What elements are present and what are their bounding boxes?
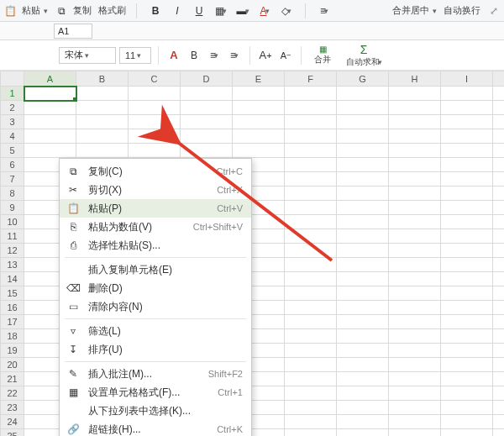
cell[interactable] bbox=[285, 201, 337, 215]
cell[interactable] bbox=[389, 244, 441, 258]
cell[interactable] bbox=[337, 372, 389, 386]
cell[interactable] bbox=[493, 186, 505, 201]
cell[interactable] bbox=[285, 344, 337, 358]
cell[interactable] bbox=[233, 101, 285, 115]
increase-font-icon[interactable]: A+ bbox=[257, 46, 274, 65]
column-header[interactable]: J bbox=[493, 71, 505, 87]
row-header[interactable]: 2 bbox=[1, 101, 24, 115]
cell[interactable] bbox=[493, 172, 505, 186]
cell[interactable] bbox=[493, 229, 505, 244]
menu-item[interactable]: 📋粘贴(P)Ctrl+V bbox=[60, 199, 251, 218]
cell[interactable] bbox=[285, 186, 337, 201]
column-header[interactable]: C bbox=[129, 71, 181, 87]
select-all-corner[interactable] bbox=[1, 71, 24, 87]
cell[interactable] bbox=[389, 129, 441, 144]
cell[interactable] bbox=[389, 172, 441, 186]
row-header[interactable]: 3 bbox=[1, 115, 24, 129]
row-header[interactable]: 6 bbox=[1, 158, 24, 172]
cell[interactable] bbox=[389, 315, 441, 329]
spreadsheet-grid[interactable]: ABCDEFGHIJ 12345678910111213141516171819… bbox=[0, 71, 504, 436]
cell[interactable] bbox=[129, 87, 181, 101]
cell[interactable] bbox=[441, 272, 493, 286]
cell[interactable] bbox=[285, 229, 337, 244]
row-header[interactable]: 9 bbox=[1, 201, 24, 215]
cell[interactable] bbox=[285, 129, 337, 144]
cell[interactable] bbox=[337, 415, 389, 429]
cell[interactable] bbox=[76, 101, 129, 115]
cell[interactable] bbox=[76, 144, 129, 158]
cell[interactable] bbox=[389, 401, 441, 415]
cell[interactable] bbox=[441, 315, 493, 329]
cell[interactable] bbox=[181, 115, 233, 129]
cell[interactable] bbox=[441, 215, 493, 229]
cell[interactable] bbox=[76, 115, 129, 129]
row-header[interactable]: 10 bbox=[1, 215, 24, 229]
cell[interactable] bbox=[181, 87, 233, 101]
cell[interactable] bbox=[233, 129, 285, 144]
menu-item[interactable]: 插入复制单元格(E) bbox=[60, 260, 251, 279]
cell[interactable] bbox=[389, 415, 441, 429]
cell[interactable] bbox=[441, 186, 493, 201]
expand-icon[interactable]: ⤢ bbox=[487, 4, 501, 18]
merge-button[interactable]: ▦ 合并 bbox=[308, 42, 337, 69]
cell[interactable] bbox=[441, 329, 493, 344]
cell[interactable] bbox=[493, 401, 505, 415]
cell[interactable] bbox=[24, 144, 76, 158]
row-header[interactable]: 18 bbox=[1, 329, 24, 344]
cell[interactable] bbox=[441, 301, 493, 315]
row-header[interactable]: 12 bbox=[1, 244, 24, 258]
cell[interactable] bbox=[389, 101, 441, 115]
cell[interactable] bbox=[493, 415, 505, 429]
wrap-text-label[interactable]: 自动换行 bbox=[444, 4, 480, 17]
cell[interactable] bbox=[337, 172, 389, 186]
cell[interactable] bbox=[337, 186, 389, 201]
row-header[interactable]: 17 bbox=[1, 315, 24, 329]
cell[interactable] bbox=[441, 144, 493, 158]
cell[interactable] bbox=[337, 329, 389, 344]
cell[interactable] bbox=[337, 286, 389, 301]
cell[interactable] bbox=[337, 301, 389, 315]
autosum-button[interactable]: Σ 自动求和▾ bbox=[340, 42, 387, 69]
cell[interactable] bbox=[285, 172, 337, 186]
column-header[interactable]: H bbox=[389, 71, 441, 87]
cell[interactable] bbox=[285, 87, 337, 101]
row-header[interactable]: 23 bbox=[1, 401, 24, 415]
row-header[interactable]: 14 bbox=[1, 272, 24, 286]
cell[interactable] bbox=[285, 401, 337, 415]
menu-item[interactable]: 从下拉列表中选择(K)... bbox=[60, 402, 251, 420]
cell[interactable] bbox=[441, 372, 493, 386]
font-select[interactable]: 宋体▾ bbox=[59, 47, 116, 64]
row-header[interactable]: 5 bbox=[1, 144, 24, 158]
row-header[interactable]: 20 bbox=[1, 358, 24, 372]
cell[interactable] bbox=[337, 201, 389, 215]
column-header[interactable]: F bbox=[285, 71, 337, 87]
menu-item[interactable]: ⎘粘贴为数值(V)Ctrl+Shift+V bbox=[60, 218, 251, 236]
row-header[interactable]: 1 bbox=[1, 87, 24, 101]
cell[interactable] bbox=[285, 258, 337, 272]
cell[interactable] bbox=[285, 415, 337, 429]
cell[interactable] bbox=[389, 372, 441, 386]
row-header[interactable]: 4 bbox=[1, 129, 24, 144]
cell[interactable] bbox=[285, 272, 337, 286]
cell[interactable] bbox=[389, 115, 441, 129]
menu-item[interactable]: ✂剪切(X)Ctrl+X bbox=[60, 181, 251, 199]
cell[interactable] bbox=[389, 301, 441, 315]
cell[interactable] bbox=[389, 87, 441, 101]
cell[interactable] bbox=[24, 129, 76, 144]
menu-item[interactable]: ↧排序(U) bbox=[60, 340, 251, 359]
menu-item[interactable]: 🔗超链接(H)...Ctrl+K bbox=[60, 420, 251, 436]
cell[interactable] bbox=[441, 87, 493, 101]
cell[interactable] bbox=[389, 344, 441, 358]
cell[interactable] bbox=[181, 101, 233, 115]
align-button[interactable]: ≡▾ bbox=[316, 2, 333, 20]
copy-icon[interactable]: ⧉ bbox=[55, 4, 68, 18]
cell[interactable] bbox=[337, 215, 389, 229]
column-header[interactable]: I bbox=[441, 71, 493, 87]
paste-icon[interactable]: 📋 bbox=[3, 4, 17, 18]
cell[interactable] bbox=[285, 144, 337, 158]
cell[interactable] bbox=[389, 286, 441, 301]
cell[interactable] bbox=[389, 429, 441, 437]
format-painter-label[interactable]: 格式刷 bbox=[98, 4, 126, 17]
cell[interactable] bbox=[337, 401, 389, 415]
cell[interactable] bbox=[493, 344, 505, 358]
